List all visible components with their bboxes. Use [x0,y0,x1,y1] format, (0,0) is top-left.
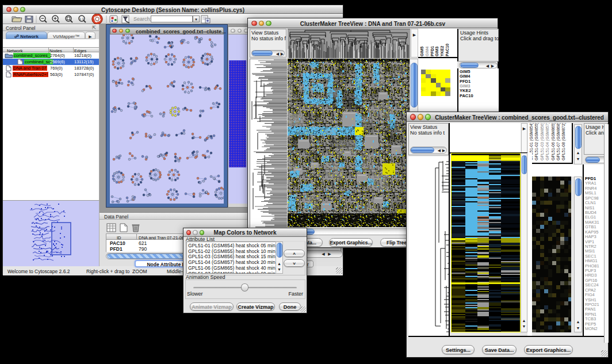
svg-text:Search:: Search: [133,16,151,22]
svg-text:1:1: 1:1 [79,17,85,21]
